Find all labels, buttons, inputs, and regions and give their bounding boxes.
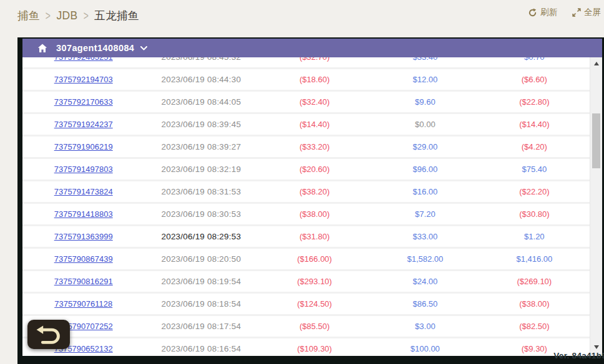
records-panel: 307agent1408084 73757924652512023/06/19 … xyxy=(22,39,602,356)
net-amount: ($9.30) xyxy=(522,344,547,353)
net-amount: $1.20 xyxy=(524,232,545,241)
win-amount: $29.00 xyxy=(412,142,437,151)
win-amount: $33.40 xyxy=(412,57,437,62)
table-row: 73757907072522023/06/19 08:17:54($85.50)… xyxy=(22,316,590,337)
record-time: 2023/06/19 08:20:50 xyxy=(161,254,241,264)
record-time: 2023/06/19 08:31:53 xyxy=(161,187,241,196)
breadcrumb-current-page: 五龙捕鱼 xyxy=(94,8,139,23)
home-icon[interactable] xyxy=(37,44,47,53)
account-selector[interactable]: 307agent1408084 xyxy=(56,43,147,53)
back-button[interactable] xyxy=(27,320,70,349)
record-time: 2023/06/19 08:18:54 xyxy=(161,299,241,309)
record-id-link[interactable]: 7375790867439 xyxy=(54,254,113,264)
record-id-link[interactable]: 7375790816291 xyxy=(54,277,113,286)
win-amount: $100.00 xyxy=(411,344,440,353)
record-time: 2023/06/19 08:39:45 xyxy=(161,120,241,129)
triangle-up-icon xyxy=(594,62,599,65)
win-amount: $3.00 xyxy=(415,322,436,331)
table-row: 73757919062192023/06/19 08:39:27($33.20)… xyxy=(22,136,590,157)
record-id-link[interactable]: 7375790761128 xyxy=(54,299,112,309)
win-amount: $96.00 xyxy=(412,165,437,174)
table-row: 73757921706332023/06/19 08:44:05($32.40)… xyxy=(22,92,590,112)
table-row: 73757907611282023/06/19 08:18:54($124.50… xyxy=(22,294,590,314)
table-row: 73757914978032023/06/19 08:32:19($20.60)… xyxy=(22,159,590,180)
bet-amount: ($293.10) xyxy=(297,277,332,286)
table-row: 73757908674392023/06/19 08:20:50($166.00… xyxy=(22,249,590,269)
scrollbar-thumb[interactable] xyxy=(592,113,600,168)
table-row: 73757924652512023/06/19 08:45:32($32.70)… xyxy=(22,57,590,67)
net-amount: ($82.50) xyxy=(519,322,549,331)
record-id-link[interactable]: 7375791473824 xyxy=(54,187,113,196)
breadcrumb-separator: > xyxy=(84,9,89,22)
net-amount: $75.40 xyxy=(522,165,547,174)
record-time: 2023/06/19 08:16:54 xyxy=(161,344,241,353)
breadcrumb-separator: > xyxy=(46,9,51,22)
net-amount: ($38.00) xyxy=(519,299,549,309)
vertical-scrollbar[interactable] xyxy=(590,57,602,356)
win-amount: $16.00 xyxy=(412,187,437,196)
record-time: 2023/06/19 08:29:53 xyxy=(161,232,241,241)
record-time: 2023/06/19 08:45:32 xyxy=(161,57,241,62)
win-amount: $9.60 xyxy=(415,97,436,107)
record-id-link[interactable]: 7375791906219 xyxy=(54,142,113,151)
bet-amount: ($85.50) xyxy=(300,322,329,331)
breadcrumb-item-jdb[interactable]: JDB xyxy=(56,9,77,22)
bet-amount: ($31.80) xyxy=(300,232,329,241)
record-time: 2023/06/19 08:39:27 xyxy=(161,142,241,151)
record-time: 2023/06/19 08:17:54 xyxy=(161,322,241,331)
return-arrow-icon xyxy=(35,325,62,344)
record-id-link[interactable]: 7375791924237 xyxy=(54,120,113,129)
record-id-link[interactable]: 7375792465251 xyxy=(54,57,113,62)
scroll-up-button[interactable] xyxy=(590,59,602,69)
panel-header: 307agent1408084 xyxy=(22,39,602,57)
topbar-actions: 刷新 全屏 xyxy=(528,7,601,18)
refresh-label: 刷新 xyxy=(540,7,557,18)
net-amount: ($22.20) xyxy=(519,187,549,196)
table-row: 73757919242372023/06/19 08:39:45($14.40)… xyxy=(22,114,590,135)
bet-amount: ($20.60) xyxy=(300,165,329,174)
record-id-link[interactable]: 7375791497803 xyxy=(54,165,113,174)
net-amount: ($6.60) xyxy=(522,75,547,84)
win-amount: $24.00 xyxy=(412,277,437,286)
record-id-link[interactable]: 7375791363999 xyxy=(54,232,113,241)
record-id-link[interactable]: 7375791418803 xyxy=(54,209,113,219)
record-time: 2023/06/19 08:30:53 xyxy=(161,209,241,219)
bet-amount: ($14.40) xyxy=(300,120,329,129)
triangle-down-icon xyxy=(594,345,599,349)
record-id-link[interactable]: 7375792170633 xyxy=(54,97,113,107)
refresh-icon xyxy=(528,8,537,17)
account-name: 307agent1408084 xyxy=(56,43,134,53)
chevron-down-icon xyxy=(140,46,147,50)
table-row: 73757921947032023/06/19 08:44:30($18.60)… xyxy=(22,69,590,90)
table-row: 73757913639992023/06/19 08:29:53($31.80)… xyxy=(22,226,590,247)
net-amount: ($22.80) xyxy=(519,97,549,107)
record-id-link[interactable]: 7375792194703 xyxy=(54,75,113,84)
win-amount: $1,582.00 xyxy=(407,254,443,264)
fullscreen-icon xyxy=(572,8,581,17)
win-amount: $33.00 xyxy=(412,232,437,241)
top-bar: 捕鱼 > JDB > 五龙捕鱼 刷新 全屏 xyxy=(0,0,604,37)
bet-amount: ($18.60) xyxy=(300,75,329,84)
bet-amount: ($32.40) xyxy=(300,97,329,107)
fullscreen-label: 全屏 xyxy=(584,7,601,18)
bet-amount: ($33.20) xyxy=(300,142,329,151)
record-time: 2023/06/19 08:32:19 xyxy=(161,165,241,174)
version-label: Ver. 84a41b9 xyxy=(553,351,604,360)
win-amount: $7.20 xyxy=(415,209,436,219)
bet-amount: ($32.70) xyxy=(300,57,329,62)
net-amount: $1,416.00 xyxy=(516,254,552,264)
table-row: 73757914188032023/06/19 08:30:53($38.00)… xyxy=(22,204,590,224)
net-amount: ($4.20) xyxy=(522,142,547,151)
fullscreen-button[interactable]: 全屏 xyxy=(572,7,601,18)
refresh-button[interactable]: 刷新 xyxy=(528,7,557,18)
breadcrumb: 捕鱼 > JDB > 五龙捕鱼 xyxy=(17,8,139,23)
bet-amount: ($109.30) xyxy=(297,344,332,353)
win-amount: $86.50 xyxy=(412,299,437,309)
net-amount: ($30.80) xyxy=(519,209,549,219)
table-row: 73757908162912023/06/19 08:19:54($293.10… xyxy=(22,271,590,292)
records-table: 73757924652512023/06/19 08:45:32($32.70)… xyxy=(22,57,590,356)
breadcrumb-item-fishing[interactable]: 捕鱼 xyxy=(17,8,40,23)
bet-amount: ($38.20) xyxy=(300,187,329,196)
win-amount: $12.00 xyxy=(412,75,437,84)
record-time: 2023/06/19 08:44:30 xyxy=(161,75,241,84)
